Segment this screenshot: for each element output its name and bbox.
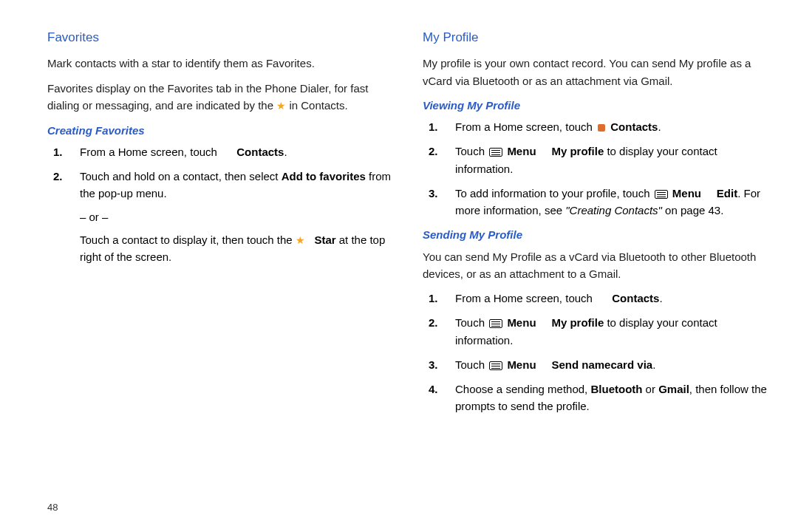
list-item: 4. Choose a sending method, Bluetooth or…	[445, 381, 768, 415]
text-bold: Star	[314, 233, 335, 246]
list-item: 1. From a Home screen, touch Contacts.	[69, 143, 393, 160]
heading-viewing-my-profile: Viewing My Profile	[423, 97, 768, 114]
text: .	[284, 146, 287, 158]
text: Touch	[455, 358, 488, 371]
text: in Contacts.	[289, 99, 347, 112]
step-number: 1.	[53, 143, 63, 160]
menu-icon	[489, 319, 502, 328]
step-number: 2.	[429, 143, 438, 160]
step-number: 3.	[429, 356, 438, 373]
list-item: 1. From a Home screen, touch Contacts.	[445, 290, 768, 307]
text: Touch	[455, 145, 488, 157]
list-item: 2. Touch Menu My profile to display your…	[445, 143, 768, 177]
text: From a Home screen, touch	[80, 146, 220, 158]
text-bold: Bluetooth	[590, 383, 642, 395]
heading-my-profile: My Profile	[423, 28, 768, 47]
star-icon: ★	[296, 233, 305, 249]
text-bold: My profile	[551, 145, 604, 157]
text: From a Home screen, touch	[455, 120, 596, 133]
text-bold: Contacts	[236, 146, 284, 158]
sending-profile-intro: You can send My Profile as a vCard via B…	[423, 248, 768, 283]
sending-profile-steps: 1. From a Home screen, touch Contacts. 2…	[423, 290, 768, 415]
text-bold: Menu	[507, 316, 536, 329]
list-item: 2. Touch Menu My profile to display your…	[445, 314, 768, 349]
favorites-intro-2: Favorites display on the Favorites tab i…	[47, 80, 393, 115]
text: .	[659, 292, 662, 304]
menu-icon	[655, 190, 668, 199]
contacts-icon	[598, 124, 605, 132]
text-bold: Send namecard via	[551, 358, 652, 371]
text-bold: Contacts	[610, 120, 658, 133]
favorites-intro-1: Mark contacts with a star to identify th…	[47, 55, 393, 72]
text-bold: Menu	[672, 187, 701, 200]
text-bold: Contacts	[612, 292, 659, 304]
heading-favorites: Favorites	[47, 28, 393, 47]
text-bold: Add to favorites	[282, 170, 366, 183]
step-number: 3.	[429, 185, 438, 202]
text: on page 43.	[662, 204, 723, 216]
text: or	[642, 383, 658, 395]
text: Touch	[455, 316, 488, 329]
heading-sending-my-profile: Sending My Profile	[423, 226, 768, 243]
text-bold: Edit	[717, 187, 737, 200]
viewing-profile-steps: 1. From a Home screen, touch Contacts. 2…	[423, 118, 768, 219]
text-bold: Menu	[507, 145, 536, 157]
step-number: 2.	[53, 168, 63, 185]
text: Choose a sending method,	[455, 383, 590, 395]
my-profile-intro: My profile is your own contact record. Y…	[423, 55, 768, 89]
text: Touch and hold on a contact, then select	[80, 170, 282, 183]
text: .	[652, 358, 655, 371]
step-number: 2.	[429, 314, 438, 331]
or-divider: – or –	[80, 208, 393, 225]
list-item: 2. Touch and hold on a contact, then sel…	[69, 168, 393, 266]
list-item: 3. Touch Menu Send namecard via.	[445, 356, 768, 373]
creating-favorites-steps: 1. From a Home screen, touch Contacts. 2…	[47, 143, 393, 266]
text: To add information to your profile, touc…	[455, 187, 653, 200]
alt-instruction: Touch a contact to display it, then touc…	[80, 231, 393, 266]
text-bold: My profile	[551, 316, 604, 329]
right-column: My Profile My profile is your own contac…	[423, 28, 768, 517]
text: From a Home screen, touch	[455, 292, 596, 304]
text: .	[658, 120, 661, 133]
list-item: 3. To add information to your profile, t…	[445, 185, 768, 219]
menu-icon	[489, 148, 502, 157]
step-number: 1.	[429, 118, 438, 135]
text-bold: Menu	[507, 358, 536, 371]
text-italic: "Creating Contacts"	[565, 204, 662, 216]
star-icon: ★	[276, 98, 286, 115]
page-number: 48	[47, 502, 58, 513]
left-column: Favorites Mark contacts with a star to i…	[47, 28, 393, 517]
heading-creating-favorites: Creating Favorites	[47, 122, 393, 139]
step-number: 4.	[429, 381, 438, 398]
text: Touch a contact to display it, then touc…	[80, 233, 296, 246]
manual-page: Favorites Mark contacts with a star to i…	[0, 0, 798, 532]
menu-icon	[489, 361, 502, 370]
text-bold: Gmail	[658, 383, 689, 395]
step-number: 1.	[429, 290, 438, 307]
list-item: 1. From a Home screen, touch Contacts.	[445, 118, 768, 135]
